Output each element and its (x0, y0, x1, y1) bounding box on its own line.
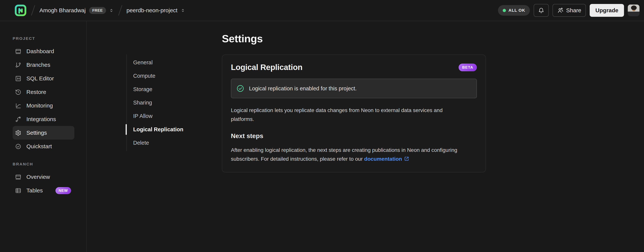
browser-window-icon (15, 174, 21, 180)
chevron-up-down-icon (180, 8, 186, 13)
project-selector[interactable]: peerdb-neon-project (126, 7, 186, 14)
plan-badge: FREE (89, 7, 106, 14)
sidebar-item-quickstart[interactable]: Quickstart (13, 140, 74, 153)
chart-curve-icon (15, 102, 21, 109)
sidebar-section-branch: BRANCH (13, 162, 86, 166)
replication-description: Logical replication lets you replicate d… (231, 106, 477, 124)
page-title: Settings (222, 32, 644, 45)
sidebar-item-label: Branches (26, 62, 50, 68)
next-steps-text: After enabling logical replication, the … (231, 146, 477, 163)
sidebar-item-label: Overview (26, 174, 50, 180)
gear-icon (15, 130, 21, 136)
status-dot-icon (503, 9, 506, 12)
beta-badge: BETA (458, 64, 477, 71)
header-actions: ALL OK Share Upgrade (498, 4, 640, 17)
sidebar-item-branches[interactable]: Branches (13, 58, 74, 72)
upgrade-button[interactable]: Upgrade (590, 4, 624, 17)
share-label: Share (566, 7, 581, 14)
sidebar-item-overview[interactable]: Overview (13, 170, 74, 184)
sidebar-item-label: Tables (26, 187, 43, 194)
breadcrumb-divider (31, 5, 35, 16)
sidebar-item-integrations[interactable]: Integrations (13, 112, 74, 126)
sidebar-item-monitoring[interactable]: Monitoring (13, 99, 74, 112)
git-branch-icon (15, 62, 21, 68)
sidebar-item-restore[interactable]: Restore (13, 85, 74, 99)
settings-nav-compute[interactable]: Compute (127, 69, 192, 82)
external-link-icon (404, 156, 409, 162)
table-grid-icon (15, 188, 21, 194)
breadcrumb: Amogh Bharadwaj FREE peerdb-neon-project (14, 4, 186, 16)
terminal-square-icon (15, 76, 21, 82)
sidebar-item-label: Quickstart (26, 143, 52, 150)
org-name: Amogh Bharadwaj (40, 7, 86, 14)
settings-nav-ip-allow[interactable]: IP Allow (127, 110, 192, 123)
settings-nav-logical-replication[interactable]: Logical Replication (127, 123, 192, 136)
logical-replication-card: Logical Replication BETA Logical replica… (222, 54, 486, 172)
settings-nav-storage[interactable]: Storage (127, 82, 192, 96)
system-status-button[interactable]: ALL OK (498, 5, 530, 16)
sidebar-item-label: Settings (26, 130, 47, 136)
documentation-link[interactable]: documentation (364, 156, 410, 162)
sidebar-item-tables[interactable]: Tables NEW (13, 184, 74, 197)
card-title: Logical Replication (231, 63, 302, 72)
sidebar: PROJECT Dashboard Branches (0, 21, 87, 252)
share-button[interactable]: Share (552, 4, 586, 17)
sidebar-item-label: Restore (26, 89, 46, 95)
settings-nav-general[interactable]: General (127, 56, 192, 69)
breadcrumb-divider (118, 5, 122, 16)
user-avatar[interactable] (628, 4, 640, 16)
sidebar-item-label: SQL Editor (26, 75, 54, 82)
top-bar: Amogh Bharadwaj FREE peerdb-neon-project… (0, 0, 644, 21)
next-steps-title: Next steps (231, 132, 477, 140)
project-name: peerdb-neon-project (126, 7, 178, 14)
status-label: ALL OK (508, 8, 525, 13)
neon-console: Amogh Bharadwaj FREE peerdb-neon-project… (0, 0, 644, 252)
sidebar-item-settings[interactable]: Settings (13, 126, 74, 140)
sidebar-item-sql-editor[interactable]: SQL Editor (13, 72, 74, 85)
workflow-route-icon (15, 116, 21, 122)
settings-nav-delete[interactable]: Delete (127, 136, 192, 150)
history-clock-icon (15, 89, 21, 95)
bell-icon (538, 7, 544, 14)
sidebar-item-label: Integrations (26, 116, 56, 122)
neon-logo[interactable] (14, 4, 27, 16)
browser-window-icon (15, 48, 21, 54)
neon-logo-icon (14, 4, 27, 16)
notifications-button[interactable] (534, 4, 549, 17)
users-icon (557, 7, 564, 14)
sidebar-item-label: Monitoring (26, 102, 53, 109)
alert-message: Logical replication is enabled for this … (249, 86, 357, 92)
sidebar-item-label: Dashboard (26, 48, 54, 54)
chevron-up-down-icon (109, 8, 114, 13)
replication-enabled-alert: Logical replication is enabled for this … (231, 79, 477, 98)
sidebar-item-dashboard[interactable]: Dashboard (13, 44, 74, 58)
settings-page: Settings Logical Replication BETA Logica… (192, 21, 644, 172)
new-badge: NEW (56, 187, 71, 194)
org-selector[interactable]: Amogh Bharadwaj FREE (40, 7, 114, 14)
check-circle-icon (15, 143, 21, 150)
check-circle-icon (236, 84, 244, 92)
settings-nav-sharing[interactable]: Sharing (127, 96, 192, 110)
sidebar-section-project: PROJECT (13, 36, 86, 41)
settings-nav: General Compute Storage Sharing IP Allow… (126, 54, 192, 151)
